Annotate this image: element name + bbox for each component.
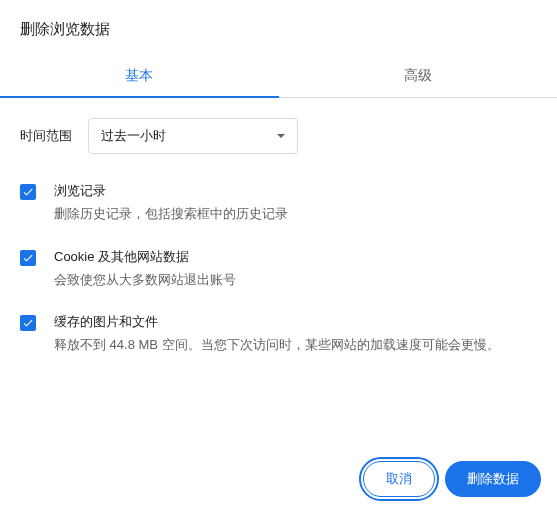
dialog-footer: 取消 删除数据: [363, 461, 541, 497]
checkbox-cached-files[interactable]: [20, 315, 36, 331]
option-content: 缓存的图片和文件 释放不到 44.8 MB 空间。当您下次访问时，某些网站的加载…: [54, 313, 537, 355]
confirm-button[interactable]: 删除数据: [445, 461, 541, 497]
tab-advanced[interactable]: 高级: [279, 55, 558, 97]
time-range-select-wrapper: 过去一小时: [88, 118, 298, 154]
dialog-content: 时间范围 过去一小时 浏览记录 删除历史记录，包括搜索框中的历史记录 Cooki…: [0, 98, 557, 355]
checkmark-icon: [22, 252, 34, 264]
time-range-row: 时间范围 过去一小时: [20, 118, 537, 154]
option-title: 浏览记录: [54, 182, 537, 200]
checkbox-browsing-history[interactable]: [20, 184, 36, 200]
tabs-container: 基本 高级: [0, 55, 557, 98]
option-cached-files: 缓存的图片和文件 释放不到 44.8 MB 空间。当您下次访问时，某些网站的加载…: [20, 313, 537, 355]
option-description: 会致使您从大多数网站退出账号: [54, 270, 537, 290]
time-range-select[interactable]: 过去一小时: [88, 118, 298, 154]
option-cookies: Cookie 及其他网站数据 会致使您从大多数网站退出账号: [20, 248, 537, 290]
tab-basic[interactable]: 基本: [0, 55, 279, 97]
option-description: 删除历史记录，包括搜索框中的历史记录: [54, 204, 537, 224]
time-range-value: 过去一小时: [101, 127, 166, 145]
option-browsing-history: 浏览记录 删除历史记录，包括搜索框中的历史记录: [20, 182, 537, 224]
checkbox-cookies[interactable]: [20, 250, 36, 266]
checkmark-icon: [22, 317, 34, 329]
dialog-title: 删除浏览数据: [0, 0, 557, 55]
checkmark-icon: [22, 186, 34, 198]
option-title: Cookie 及其他网站数据: [54, 248, 537, 266]
option-content: Cookie 及其他网站数据 会致使您从大多数网站退出账号: [54, 248, 537, 290]
chevron-down-icon: [277, 134, 285, 138]
option-content: 浏览记录 删除历史记录，包括搜索框中的历史记录: [54, 182, 537, 224]
time-range-label: 时间范围: [20, 127, 72, 145]
option-title: 缓存的图片和文件: [54, 313, 537, 331]
option-description: 释放不到 44.8 MB 空间。当您下次访问时，某些网站的加载速度可能会更慢。: [54, 335, 537, 355]
cancel-button[interactable]: 取消: [363, 461, 435, 497]
